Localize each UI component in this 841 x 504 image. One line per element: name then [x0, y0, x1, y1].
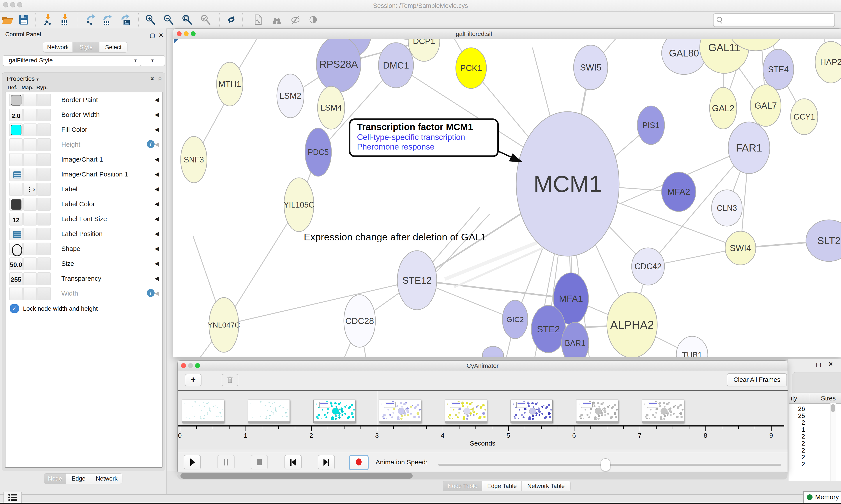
table-cell[interactable]: 2	[789, 461, 805, 468]
bypass-cell[interactable]	[37, 183, 51, 196]
style-selector[interactable]: galFiltered Style ▾	[3, 55, 142, 66]
frame-thumbnail-6[interactable]	[576, 399, 618, 423]
property-row-image-chart-position-1[interactable]: Image/Chart Position 1◀	[5, 167, 162, 182]
network-node-ste4[interactable]: STE4	[763, 49, 794, 90]
network-node-ste2[interactable]: STE2	[531, 305, 566, 353]
properties-header[interactable]: Properties ▾	[7, 75, 38, 82]
search-network-icon[interactable]	[271, 14, 283, 25]
network-node-lsm4[interactable]: LSM4	[318, 86, 345, 129]
mapping-cell[interactable]	[23, 198, 37, 211]
skip-to-end-button[interactable]	[318, 455, 335, 469]
default-cell[interactable]	[10, 228, 22, 240]
zoom-in-icon[interactable]	[145, 14, 157, 25]
expand-arrow-icon[interactable]: ◀	[155, 260, 159, 267]
mapping-cell[interactable]: ⋮›	[23, 183, 37, 196]
bypass-cell[interactable]	[37, 109, 51, 121]
network-node-gcy1[interactable]: GCY1	[791, 99, 818, 134]
bypass-cell[interactable]	[37, 228, 51, 240]
network-canvas[interactable]: RPS28BDCP1RPS28ADMC1PCK1SWI5GAL80GAL11ST…	[173, 39, 841, 357]
property-row-border-paint[interactable]: Border Paint◀	[5, 92, 162, 108]
horizontal-scrollbar-thumb[interactable]	[180, 473, 413, 479]
mapping-cell[interactable]	[23, 287, 37, 300]
default-cell[interactable]: 2.0	[10, 109, 22, 121]
network-node-gal80[interactable]: GAL80	[662, 39, 706, 74]
column-header[interactable]: Stres	[816, 395, 840, 402]
table-cell[interactable]: 2	[789, 419, 805, 426]
record-button[interactable]	[349, 455, 369, 470]
network-node-dcp1[interactable]: DCP1	[408, 39, 440, 61]
task-history-button[interactable]	[3, 492, 22, 503]
add-frame-button[interactable]: +	[185, 374, 201, 386]
property-row-transparency[interactable]: 255Transparency◀	[5, 271, 162, 286]
lock-checkbox[interactable]: ✓	[10, 304, 19, 313]
pause-button[interactable]	[217, 455, 235, 469]
table-cell[interactable]: 2	[789, 433, 805, 440]
network-node-cdc28[interactable]: CDC28	[344, 295, 375, 347]
import-network-icon[interactable]	[42, 14, 54, 25]
frame-thumbnail-2[interactable]	[314, 399, 355, 423]
mapping-cell[interactable]	[23, 257, 37, 270]
network-node-dmc1[interactable]: DMC1	[378, 43, 413, 88]
stop-button[interactable]	[251, 455, 268, 469]
tab-network[interactable]: Network	[43, 42, 73, 53]
network-node-hap2[interactable]: HAP2	[815, 41, 841, 83]
frame-thumbnail-0[interactable]	[182, 399, 224, 423]
annotation-link[interactable]: Pheromone response	[357, 142, 497, 151]
expand-arrow-icon[interactable]: ◀	[155, 245, 159, 252]
maximize-icon[interactable]	[191, 31, 196, 36]
import-table-icon[interactable]	[59, 14, 71, 25]
float-panel-icon[interactable]: ▢	[149, 32, 155, 39]
clear-all-frames-button[interactable]: Clear All Frames	[727, 373, 787, 386]
default-cell[interactable]: 50.0	[10, 257, 22, 270]
default-cell[interactable]	[10, 287, 22, 300]
close-panel-icon[interactable]: ✕	[828, 361, 833, 367]
property-row-label-font-size[interactable]: 12Label Font Size◀	[5, 212, 162, 227]
network-node-ynl047c[interactable]: YNL047C	[208, 298, 240, 352]
default-cell[interactable]	[10, 94, 22, 106]
expand-arrow-icon[interactable]: ◀	[155, 126, 159, 133]
mapping-cell[interactable]	[23, 272, 37, 285]
zoom-fit-icon[interactable]	[181, 14, 193, 25]
network-node-swi5[interactable]: SWI5	[574, 45, 608, 90]
network-node-unlabeled[interactable]	[482, 346, 503, 357]
tab-edge[interactable]: Edge	[66, 473, 91, 484]
expand-arrow-icon[interactable]: ◀	[155, 156, 159, 163]
network-node-rps28a[interactable]: RPS28A	[316, 39, 361, 92]
bypass-cell[interactable]	[37, 124, 51, 136]
network-node-mcm1[interactable]: MCM1	[516, 112, 619, 256]
table-cell[interactable]: 2	[789, 440, 805, 447]
search-field[interactable]	[713, 13, 835, 27]
tab-node-table[interactable]: Node Table	[443, 481, 482, 491]
tab-select[interactable]: Select	[99, 42, 127, 53]
column-header[interactable]: ity	[789, 395, 797, 402]
default-cell[interactable]	[10, 198, 22, 211]
table-cell[interactable]: 2	[789, 454, 805, 461]
save-icon[interactable]	[18, 14, 30, 25]
export-network-icon[interactable]	[84, 14, 96, 25]
bypass-cell[interactable]	[37, 153, 51, 166]
timeline[interactable]: 0123456789Seconds	[178, 391, 788, 449]
delete-frame-button[interactable]	[222, 374, 238, 386]
property-row-border-width[interactable]: 2.0Border Width◀	[5, 107, 162, 123]
skip-to-start-button[interactable]	[285, 455, 302, 469]
table-scrollbar-thumb[interactable]	[831, 404, 835, 412]
default-cell[interactable]	[10, 138, 22, 151]
bypass-cell[interactable]	[37, 242, 51, 255]
memory-button[interactable]: Memory	[803, 491, 841, 503]
table-cell[interactable]: 1	[789, 426, 805, 433]
mapping-cell[interactable]	[23, 228, 37, 240]
property-row-label[interactable]: ⋮›Label◀	[5, 182, 162, 197]
network-node-slt2[interactable]: SLT2	[806, 220, 841, 262]
column-divider[interactable]	[810, 394, 810, 402]
tab-network-table[interactable]: Network Table	[521, 481, 571, 491]
refresh-layout-icon[interactable]	[225, 14, 237, 25]
network-file-icon[interactable]	[252, 14, 264, 25]
expand-arrow-icon[interactable]: ◀	[155, 141, 159, 148]
network-node-gic2[interactable]: GIC2	[502, 300, 528, 339]
open-folder-icon[interactable]	[2, 14, 13, 25]
close-panel-icon[interactable]: ✕	[159, 32, 163, 39]
table-cell[interactable]: 25	[789, 412, 805, 419]
table-cell[interactable]: 2	[789, 447, 805, 454]
default-cell[interactable]: 255	[10, 272, 22, 285]
table-cell[interactable]: 26	[789, 405, 805, 413]
